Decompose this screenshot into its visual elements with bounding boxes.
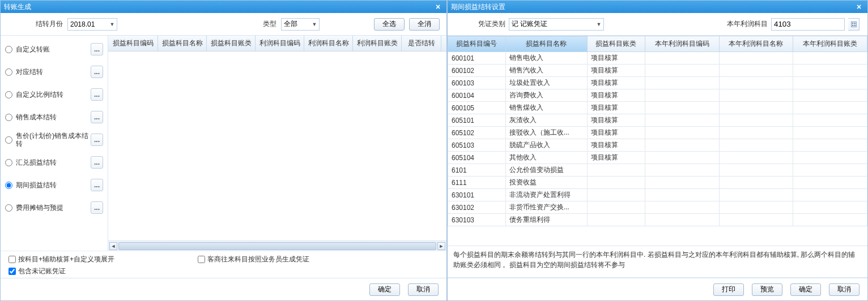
option-row[interactable]: 汇兑损益结转... — [1, 151, 108, 174]
table-cell[interactable] — [793, 152, 867, 164]
table-cell[interactable] — [645, 177, 719, 189]
table-row[interactable]: 600103垃圾处置收入项目核算 — [448, 77, 867, 89]
table-cell[interactable]: 605101 — [448, 114, 506, 127]
option-row[interactable]: 自定义转账... — [1, 38, 108, 61]
ok-button[interactable]: 确定 — [369, 283, 400, 296]
table-cell[interactable] — [645, 127, 719, 139]
table-cell[interactable]: 非货币性资产交换... — [505, 201, 587, 214]
table-cell[interactable]: 项目核算 — [587, 52, 645, 64]
option-radio[interactable] — [5, 182, 12, 189]
scroll-right-icon[interactable]: ► — [437, 242, 445, 250]
table-cell[interactable]: 项目核算 — [587, 114, 645, 127]
table-row[interactable]: 630101非流动资产处置利得 — [448, 189, 867, 201]
include-checkbox-row[interactable]: 包含未记账凭证 — [8, 266, 439, 276]
table-cell[interactable] — [719, 164, 793, 177]
print-button[interactable]: 打印 — [713, 283, 744, 296]
horizontal-scrollbar[interactable]: ◄ ► — [108, 240, 446, 251]
table-cell[interactable] — [719, 201, 793, 214]
table-cell[interactable] — [645, 114, 719, 127]
cust-checkbox-row[interactable]: 客商往来科目按照业务员生成凭证 — [198, 255, 309, 264]
month-combo[interactable]: ▼ — [67, 18, 117, 31]
month-input[interactable] — [68, 19, 108, 30]
table-cell[interactable] — [719, 189, 793, 201]
table-cell[interactable]: 600105 — [448, 102, 506, 114]
table-row[interactable]: 605102接驳收入（施工收...项目核算 — [448, 127, 867, 139]
ellipsis-icon[interactable]: ... — [91, 88, 103, 101]
profit-input[interactable] — [771, 18, 845, 31]
table-cell[interactable]: 630103 — [448, 214, 506, 226]
option-row[interactable]: 售价(计划价)销售成本结转... — [1, 128, 108, 151]
option-row[interactable]: 期间损益结转... — [1, 174, 108, 196]
table-cell[interactable] — [719, 64, 793, 77]
table-cell[interactable]: 600102 — [448, 64, 506, 77]
table-cell[interactable] — [645, 89, 719, 102]
table-row[interactable]: 605103脱硫产品收入项目核算 — [448, 139, 867, 152]
grid-header-cell[interactable]: 损益科目账类 — [587, 36, 645, 52]
table-cell[interactable]: 非流动资产处置利得 — [505, 189, 587, 201]
lookup-icon[interactable] — [848, 18, 860, 31]
option-row[interactable]: 销售成本结转... — [1, 106, 108, 128]
grid-header-cell[interactable]: 损益科目编码 — [108, 36, 158, 51]
scroll-left-icon[interactable]: ◄ — [109, 242, 117, 250]
table-cell[interactable]: 销售煤收入 — [505, 102, 587, 114]
table-cell[interactable] — [719, 52, 793, 64]
table-cell[interactable]: 项目核算 — [587, 139, 645, 152]
table-cell[interactable]: 605102 — [448, 127, 506, 139]
chevron-down-icon[interactable]: ▼ — [108, 22, 117, 27]
table-cell[interactable] — [793, 127, 867, 139]
table-cell[interactable] — [719, 152, 793, 164]
table-cell[interactable]: 投资收益 — [505, 177, 587, 189]
table-cell[interactable]: 项目核算 — [587, 89, 645, 102]
table-cell[interactable] — [587, 189, 645, 201]
table-cell[interactable] — [719, 114, 793, 127]
option-radio[interactable] — [5, 46, 12, 53]
chevron-down-icon[interactable]: ▼ — [594, 22, 603, 27]
table-row[interactable]: 600104咨询费收入项目核算 — [448, 89, 867, 102]
grid-header-cell[interactable]: 损益科目名称 — [505, 36, 587, 52]
table-cell[interactable]: 项目核算 — [587, 152, 645, 164]
grid-header-cell[interactable]: 是否结转 — [402, 36, 441, 51]
table-cell[interactable]: 605104 — [448, 152, 506, 164]
grid-header-cell[interactable]: 损益科目名称 — [158, 36, 207, 51]
table-row[interactable]: 600101销售电收入项目核算 — [448, 52, 867, 64]
grid-header-cell[interactable]: 损益科目账类 — [207, 36, 256, 51]
option-radio[interactable] — [5, 91, 12, 98]
ellipsis-icon[interactable]: ... — [91, 111, 103, 123]
table-row[interactable]: 6101公允价值变动损益 — [448, 164, 867, 177]
table-cell[interactable]: 630102 — [448, 201, 506, 214]
table-cell[interactable] — [793, 64, 867, 77]
table-cell[interactable] — [645, 52, 719, 64]
grid-header-cell[interactable]: 利润科目编码 — [256, 36, 304, 51]
grid-header-cell[interactable]: 本年利润科目编码 — [645, 36, 719, 52]
table-cell[interactable] — [719, 127, 793, 139]
ellipsis-icon[interactable]: ... — [91, 43, 103, 55]
table-row[interactable]: 6111投资收益 — [448, 177, 867, 189]
table-cell[interactable]: 项目核算 — [587, 77, 645, 89]
grid-header-cell[interactable]: 利润科目名称 — [304, 36, 353, 51]
ellipsis-icon[interactable]: ... — [91, 66, 103, 78]
table-cell[interactable] — [719, 214, 793, 226]
ellipsis-icon[interactable]: ... — [91, 179, 103, 191]
select-none-button[interactable]: 全消 — [409, 18, 440, 31]
table-cell[interactable] — [645, 64, 719, 77]
table-cell[interactable] — [793, 164, 867, 177]
right-grid[interactable]: 损益科目编号损益科目名称损益科目账类本年利润科目编码本年利润科目名称本年利润科目… — [448, 36, 867, 226]
option-row[interactable]: 对应结转... — [1, 61, 108, 83]
ellipsis-icon[interactable]: ... — [91, 134, 103, 146]
table-cell[interactable]: 600103 — [448, 77, 506, 89]
cancel-button[interactable]: 取消 — [408, 283, 439, 296]
voucher-combo[interactable]: ▼ — [509, 18, 604, 31]
table-cell[interactable] — [793, 77, 867, 89]
table-cell[interactable] — [645, 102, 719, 114]
option-radio[interactable] — [5, 204, 12, 212]
table-cell[interactable]: 接驳收入（施工收... — [505, 127, 587, 139]
table-cell[interactable]: 公允价值变动损益 — [505, 164, 587, 177]
option-radio[interactable] — [5, 136, 12, 144]
ellipsis-icon[interactable]: ... — [91, 156, 103, 169]
chevron-down-icon[interactable]: ▼ — [310, 22, 319, 27]
include-checkbox[interactable] — [8, 268, 16, 275]
preview-button[interactable]: 预览 — [752, 283, 782, 296]
table-row[interactable]: 605101灰渣收入项目核算 — [448, 114, 867, 127]
table-cell[interactable] — [793, 89, 867, 102]
table-cell[interactable] — [587, 177, 645, 189]
